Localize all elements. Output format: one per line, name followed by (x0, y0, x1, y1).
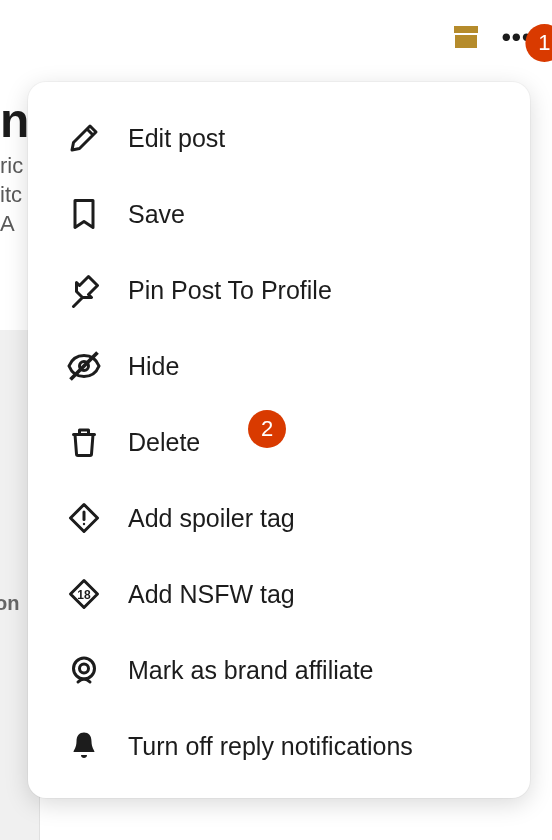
pin-icon (66, 272, 102, 308)
post-text-line: A (0, 210, 29, 239)
menu-item-reply-notifications[interactable]: Turn off reply notifications (28, 708, 530, 784)
annotation-badge-1: 1 (525, 24, 552, 62)
menu-label: Pin Post To Profile (128, 276, 496, 305)
post-actions-row: ••• (454, 24, 532, 50)
menu-item-edit-post[interactable]: Edit post (28, 100, 530, 176)
menu-item-hide[interactable]: Hide (28, 328, 530, 404)
eye-off-icon (66, 348, 102, 384)
svg-point-1 (83, 523, 85, 525)
post-overflow-menu: Edit post Save Pin Post To Profile Hide … (28, 82, 530, 798)
annotation-badge-2: 2 (248, 410, 286, 448)
menu-label: Add NSFW tag (128, 580, 496, 609)
menu-label: Turn off reply notifications (128, 732, 496, 761)
menu-item-spoiler[interactable]: Add spoiler tag (28, 480, 530, 556)
post-text-line: ric (0, 152, 29, 181)
menu-label: Edit post (128, 124, 496, 153)
menu-label: Add spoiler tag (128, 504, 496, 533)
menu-item-delete[interactable]: Delete 2 (28, 404, 530, 480)
menu-item-save[interactable]: Save (28, 176, 530, 252)
svg-point-4 (80, 664, 89, 673)
post-title-fragment: n (0, 90, 29, 152)
menu-item-pin[interactable]: Pin Post To Profile (28, 252, 530, 328)
menu-item-brand-affiliate[interactable]: Mark as brand affiliate (28, 632, 530, 708)
menu-item-nsfw[interactable]: 18 Add NSFW tag (28, 556, 530, 632)
alert-icon (66, 500, 102, 536)
menu-label: Mark as brand affiliate (128, 656, 496, 685)
webcam-icon (66, 652, 102, 688)
menu-label: Delete (128, 428, 496, 457)
menu-label: Save (128, 200, 496, 229)
svg-text:18: 18 (77, 588, 91, 602)
bell-icon (66, 728, 102, 764)
nsfw-icon: 18 (66, 576, 102, 612)
post-text-line: itc (0, 181, 29, 210)
svg-point-3 (74, 658, 95, 679)
background-fragment: on (0, 592, 19, 615)
post-background: n ric itc A (0, 90, 29, 238)
menu-label: Hide (128, 352, 496, 381)
pencil-icon (66, 120, 102, 156)
trash-icon (66, 424, 102, 460)
bookmark-icon (66, 196, 102, 232)
archive-icon[interactable] (454, 26, 478, 48)
